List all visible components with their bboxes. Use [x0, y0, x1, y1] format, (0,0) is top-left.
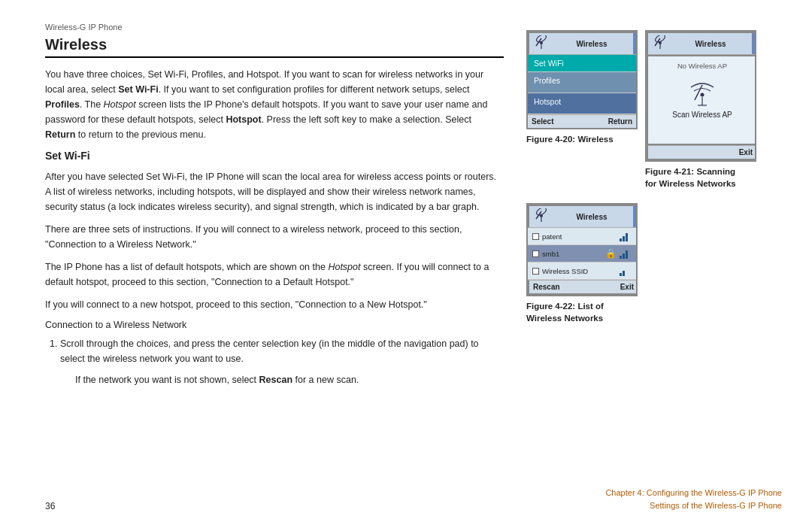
svg-line-8: [695, 85, 702, 100]
fig22-checkbox-ssid: [532, 268, 539, 275]
numbered-list: Scroll through the choices, and press th…: [60, 336, 504, 387]
fig21-titlebar: Wireless: [647, 32, 756, 55]
fig20-menuitem-hotspot: Hotspot: [528, 93, 636, 114]
figure-20-block: Wireless Set WiFi Profiles Hotspot Selec…: [526, 30, 638, 190]
if-not-shown-text: If the network you want is not shown, se…: [75, 372, 504, 387]
figure-20-screen: Wireless Set WiFi Profiles Hotspot Selec…: [526, 30, 638, 129]
fig20-titlebar: Wireless: [528, 32, 638, 55]
fig21-scan-label: Scan Wireless AP: [672, 111, 732, 119]
hotspot-default-paragraph: The IP Phone has a list of default hotsp…: [45, 259, 504, 290]
satellite-icon-fig20: [533, 35, 550, 52]
fig20-menuitem-profiles: Profiles: [528, 72, 636, 93]
satellite-icon-fig22: [533, 208, 550, 225]
wifi-paragraph: After you have selected Set Wi-Fi, the I…: [45, 169, 504, 214]
fig22-title: Wireless: [550, 213, 634, 221]
fig21-title: Wireless: [668, 40, 753, 48]
footer-line1: Chapter 4: Configuring the Wireless-G IP…: [605, 487, 782, 499]
right-figures: Wireless Set WiFi Profiles Hotspot Selec…: [526, 23, 782, 510]
breadcrumb: Wireless-G IP Phone: [45, 23, 504, 32]
figures-row-1: Wireless Set WiFi Profiles Hotspot Selec…: [526, 30, 756, 190]
footer-right: Chapter 4: Configuring the Wireless-G IP…: [605, 487, 782, 511]
fig20-footer-select: Select: [532, 117, 553, 126]
list-item-1: Scroll through the choices, and press th…: [60, 336, 504, 387]
fig22-signal-patent: [620, 231, 632, 241]
footer-line2: Settings of the Wireless-G IP Phone: [605, 499, 782, 512]
fig21-scan-icon-area: Scan Wireless AP: [654, 81, 750, 119]
fig22-checkbox-patent: [532, 233, 539, 240]
fig22-caption: Figure 4-22: List ofWireless Networks: [526, 300, 604, 324]
fig20-menuitem-setwifi: Set WiFi: [528, 55, 636, 72]
svg-point-6: [659, 41, 662, 44]
left-content: Wireless-G IP Phone Wireless You have th…: [45, 23, 526, 510]
fig21-footer: Exit: [647, 145, 756, 160]
fig22-footer-rescan: Rescan: [533, 283, 560, 291]
fig22-titlebar: Wireless: [528, 205, 638, 228]
fig22-footer-exit: Exit: [620, 283, 634, 291]
satellite-icon-fig21: [652, 35, 668, 52]
page-footer: 36 Chapter 4: Configuring the Wireless-G…: [45, 487, 782, 511]
section-wifi-heading: Set Wi-Fi: [45, 150, 504, 162]
fig21-caption: Figure 4-21: Scanningfor Wireless Networ…: [645, 165, 736, 190]
svg-point-2: [540, 41, 543, 44]
fig20-footer-return: Return: [608, 117, 632, 126]
fig20-title: Wireless: [550, 40, 634, 48]
fig22-checkbox-smb1: [532, 250, 539, 257]
fig21-no-ap: No Wireless AP: [654, 62, 750, 70]
fig21-footer-exit: Exit: [739, 148, 753, 156]
figure-21-block: Wireless No Wireless AP: [645, 30, 756, 190]
fig21-body: No Wireless AP Scan Wirele: [647, 55, 756, 145]
fig22-network-name-smb1: smb1: [542, 250, 602, 258]
connection-label: Connection to a Wireless Network: [45, 320, 504, 330]
figure-22-screen: Wireless patent smb1 🔒: [526, 203, 638, 296]
fig20-caption: Figure 4-20: Wireless: [526, 133, 614, 145]
svg-point-9: [701, 93, 704, 97]
intro-paragraph: You have three choices, Set Wi-Fi, Profi…: [45, 67, 504, 142]
lock-icon-smb1: 🔒: [605, 248, 617, 259]
new-hotspot-paragraph: If you will connect to a new hotspot, pr…: [45, 297, 504, 312]
fig22-network-smb1: smb1 🔒: [528, 245, 636, 262]
fig22-signal-smb1: [620, 248, 632, 259]
fig22-footer: Rescan Exit: [528, 280, 638, 295]
fig22-network-ssid: Wireless SSID: [528, 262, 636, 280]
scan-antenna-icon: [687, 81, 717, 108]
fig22-signal-ssid: [620, 266, 632, 276]
figure-22-block: Wireless patent smb1 🔒: [526, 203, 638, 324]
fig22-network-name-patent: patent: [542, 232, 617, 241]
page-number: 36: [45, 501, 55, 511]
svg-point-14: [540, 214, 543, 217]
page-heading: Wireless: [45, 36, 504, 58]
three-sets-paragraph: There are three sets of instructions. If…: [45, 222, 504, 252]
fig22-network-name-ssid: Wireless SSID: [542, 267, 617, 275]
fig22-network-patent: patent: [528, 228, 636, 245]
figure-21-screen: Wireless No Wireless AP: [645, 30, 756, 162]
fig20-footer: Select Return: [528, 114, 636, 128]
